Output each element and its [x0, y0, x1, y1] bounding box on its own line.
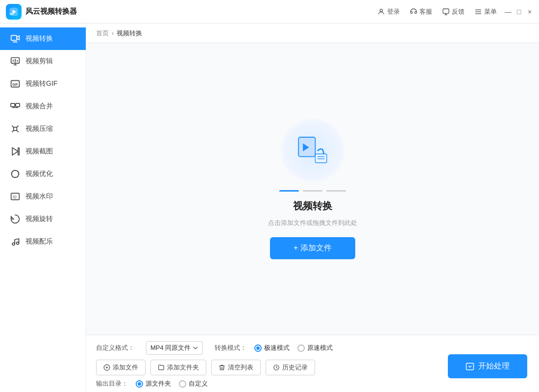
sidebar-item-video-merge[interactable]: 视频合并	[0, 95, 86, 118]
bottom-row3: 输出目录： 源文件夹 自定义	[96, 379, 529, 388]
sidebar-item-video-watermark[interactable]: 印 视频水印	[0, 185, 86, 208]
service-action[interactable]: 客服	[410, 7, 432, 16]
add-folder-button[interactable]: 添加文件夹	[150, 360, 206, 375]
sidebar-label-video-convert: 视频转换	[25, 34, 53, 43]
titlebar: 风云视频转换器 登录 客服 反馈 菜单 — □ ×	[0, 0, 539, 24]
video-rotate-icon	[10, 214, 21, 224]
drop-area[interactable]: 视频转换 点击添加文件或拖拽文件到此处 + 添加文件	[86, 43, 539, 335]
breadcrumb-current: 视频转换	[117, 29, 142, 38]
sidebar-item-video-optimize[interactable]: 视频优化	[0, 163, 86, 185]
drop-inner: 视频转换 点击添加文件或拖拽文件到此处 + 添加文件	[268, 119, 357, 259]
svg-rect-16	[11, 103, 15, 107]
drop-dots	[279, 190, 346, 192]
login-action[interactable]: 登录	[377, 7, 400, 16]
video-merge-icon	[10, 101, 21, 112]
video-convert-large-icon	[295, 133, 330, 168]
mode-label: 转换模式：	[215, 343, 246, 352]
sidebar-label-video-music: 视频配乐	[25, 237, 53, 246]
add-file-button[interactable]: + 添加文件	[270, 237, 355, 259]
mode-normal-radio[interactable]: 原速模式	[297, 343, 333, 352]
sidebar-item-video-convert[interactable]: 视频转换	[0, 27, 86, 50]
svg-rect-37	[466, 363, 474, 370]
sidebar-label-video-optimize: 视频优化	[25, 170, 53, 178]
format-select[interactable]: MP4 同原文件	[146, 341, 203, 355]
mode-normal-label: 原速模式	[307, 343, 333, 352]
dot-active	[279, 190, 299, 192]
sidebar-item-video-rotate[interactable]: 视频旋转	[0, 208, 86, 230]
start-button-wrap: 开始处理	[448, 354, 527, 378]
add-folder-label: 添加文件夹	[167, 363, 199, 372]
svg-marker-19	[12, 148, 18, 155]
start-button[interactable]: 开始处理	[448, 354, 527, 378]
main-layout: 视频转换 视频剪辑 GIF 视频转GIF	[0, 24, 539, 392]
video-music-icon	[10, 236, 21, 247]
video-watermark-icon: 印	[10, 191, 21, 202]
menu-icon	[474, 8, 482, 16]
dot-inactive-1	[303, 190, 322, 192]
feedback-icon	[442, 8, 450, 16]
close-button[interactable]: ×	[526, 8, 533, 15]
sidebar-item-video-screenshot[interactable]: 视频截图	[0, 140, 86, 163]
chevron-down-icon	[193, 345, 198, 351]
sidebar-label-video-gif: 视频转GIF	[25, 79, 57, 88]
svg-rect-8	[11, 35, 17, 40]
svg-point-3	[380, 9, 382, 11]
start-button-label: 开始处理	[478, 361, 510, 371]
history-icon	[273, 364, 280, 371]
breadcrumb-sep: ›	[112, 29, 114, 37]
headset-icon	[410, 8, 417, 16]
add-file-bottom-button[interactable]: 添加文件	[96, 360, 146, 375]
mode-fast-radio[interactable]: 极速模式	[254, 343, 290, 352]
video-screenshot-icon	[10, 146, 21, 157]
svg-marker-9	[17, 36, 19, 40]
drop-icon-wrap	[281, 119, 344, 182]
feedback-action[interactable]: 反馈	[442, 7, 465, 16]
svg-rect-30	[315, 154, 326, 163]
clear-list-button[interactable]: 清空列表	[211, 360, 261, 375]
header-actions: 登录 客服 反馈 菜单	[377, 7, 497, 16]
format-value: MP4 同原文件	[150, 343, 191, 352]
output-source-radio-circle	[136, 380, 143, 388]
drop-title: 视频转换	[293, 199, 332, 213]
mode-normal-radio-circle	[297, 344, 305, 352]
dot-inactive-2	[326, 190, 346, 192]
sidebar-label-video-merge: 视频合并	[25, 102, 53, 111]
video-gif-icon: GIF	[10, 78, 21, 89]
video-convert-icon	[10, 33, 21, 44]
history-button[interactable]: 历史记录	[266, 360, 315, 375]
bottom-row1: 自定义格式： MP4 同原文件 转换模式： 极速模式 原速模式	[96, 341, 529, 355]
video-edit-icon	[10, 56, 21, 67]
sidebar-item-video-music[interactable]: 视频配乐	[0, 230, 86, 253]
maximize-button[interactable]: □	[515, 8, 522, 15]
trash-icon	[219, 364, 225, 371]
history-label: 历史记录	[282, 363, 308, 372]
window-controls: — □ ×	[505, 8, 533, 15]
sidebar-label-video-screenshot: 视频截图	[25, 147, 53, 156]
video-compress-icon	[10, 123, 21, 134]
sidebar-item-video-compress[interactable]: 视频压缩	[0, 118, 86, 140]
start-icon	[466, 362, 474, 371]
sidebar-item-video-edit[interactable]: 视频剪辑	[0, 50, 86, 73]
sidebar-label-video-edit: 视频剪辑	[25, 57, 53, 66]
sidebar-label-video-compress: 视频压缩	[25, 124, 53, 133]
output-source-radio[interactable]: 源文件夹	[136, 379, 171, 388]
menu-action[interactable]: 菜单	[474, 7, 497, 16]
output-label: 输出目录：	[96, 379, 128, 388]
add-file-bottom-label: 添加文件	[113, 363, 138, 372]
output-custom-radio[interactable]: 自定义	[179, 379, 208, 388]
sidebar-item-video-gif[interactable]: GIF 视频转GIF	[0, 73, 86, 95]
output-source-label: 源文件夹	[146, 379, 171, 388]
content-area: 首页 › 视频转换	[86, 24, 539, 392]
add-file-icon	[103, 364, 110, 371]
output-custom-radio-circle	[179, 380, 186, 388]
minimize-button[interactable]: —	[505, 8, 512, 15]
folder-icon	[158, 364, 165, 371]
mode-fast-radio-circle	[254, 344, 262, 352]
svg-text:GIF: GIF	[12, 83, 18, 86]
app-logo	[6, 4, 22, 20]
video-optimize-icon	[10, 169, 21, 179]
mode-group: 转换模式： 极速模式 原速模式	[215, 343, 333, 352]
output-custom-label: 自定义	[189, 379, 208, 388]
breadcrumb: 首页 › 视频转换	[86, 24, 539, 43]
breadcrumb-home[interactable]: 首页	[96, 29, 109, 38]
